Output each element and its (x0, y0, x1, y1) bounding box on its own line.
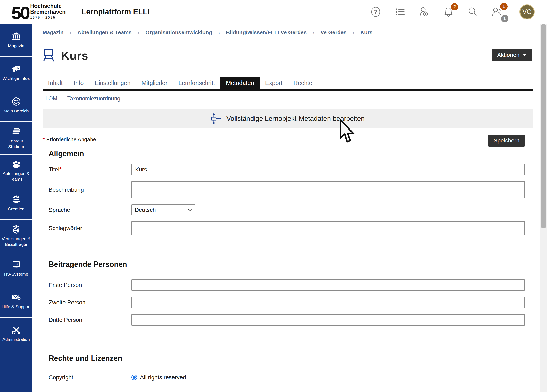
sidebar-item-gremien[interactable]: Gremien (0, 187, 32, 220)
tools-icon (12, 325, 21, 335)
smiley-icon (12, 97, 21, 106)
user-alert-icon[interactable] (419, 6, 430, 18)
page-title: Kurs (61, 49, 88, 62)
team-icon (12, 159, 21, 169)
search-icon[interactable] (467, 6, 478, 18)
logo-line2: Bremerhaven (30, 9, 66, 15)
actions-button[interactable]: Aktionen (492, 49, 532, 61)
zweite-person-label: Zweite Person (49, 299, 131, 306)
top-header: 50 Hochschule Bremerhaven 1975 - 2025 Le… (0, 0, 547, 24)
subtab-lom[interactable]: LOM (45, 95, 57, 102)
globe-group-icon (12, 225, 21, 234)
breadcrumb-magazin[interactable]: Magazin (42, 29, 64, 36)
metadata-node-icon (211, 113, 222, 124)
contacts-badge-count: 1 (501, 15, 508, 22)
edit-full-metadata-link[interactable]: Vollständige Lernobjekt-Metadaten bearbe… (42, 109, 533, 128)
list-icon[interactable] (395, 6, 405, 18)
breadcrumb: Magazin › Abteilungen & Teams › Organisa… (32, 24, 540, 41)
sidebar-item-hilfe-support[interactable]: ? Hilfe & Support (0, 285, 32, 318)
schlagwoerter-input[interactable] (131, 221, 525, 235)
sidebar-item-vertretungen[interactable]: Vertretungen & Beauftragte (0, 220, 32, 252)
monitor-icon (12, 260, 21, 270)
breadcrumb-kurs: Kurs (360, 29, 372, 36)
tab-metadaten[interactable]: Metadaten (220, 77, 260, 89)
schlagwoerter-label: Schlagwörter (49, 225, 131, 231)
chevron-right-icon: › (69, 28, 72, 37)
sidebar-item-mein-bereich[interactable]: Mein Bereich (0, 89, 32, 122)
tab-info[interactable]: Info (68, 77, 89, 89)
scrollbar-thumb[interactable] (541, 24, 546, 229)
care-group-icon (12, 195, 21, 204)
sprache-select[interactable]: Deutsch (131, 204, 195, 216)
sidebar-item-wichtige-infos[interactable]: Wichtige Infos (0, 57, 32, 89)
logo-50: 50 (11, 6, 29, 20)
chevron-right-icon: › (312, 28, 315, 37)
copyright-radio[interactable] (131, 375, 137, 380)
university-logo[interactable]: 50 Hochschule Bremerhaven 1975 - 2025 (11, 3, 66, 20)
screen: 50 Hochschule Bremerhaven 1975 - 2025 Le… (0, 0, 547, 392)
course-easel-icon (42, 48, 55, 63)
copyright-radio-label: All rights reserved (140, 374, 186, 381)
breadcrumb-abteilungen[interactable]: Abteilungen & Teams (77, 29, 132, 36)
contacts-badge-new: 1 (500, 3, 508, 10)
chevron-right-icon: › (137, 28, 140, 37)
zweite-person-input[interactable] (131, 297, 525, 308)
tab-lernfortschritt[interactable]: Lernfortschritt (173, 77, 220, 89)
svg-text:?: ? (374, 8, 378, 15)
dritte-person-label: Dritte Person (49, 317, 131, 323)
tab-inhalt[interactable]: Inhalt (42, 77, 68, 89)
books-icon (12, 127, 21, 136)
sidebar-item-magazin[interactable]: Magazin (0, 24, 32, 57)
section-divider (42, 244, 525, 244)
sidebar-item-abteilungen-teams[interactable]: Abteilungen & Teams (0, 155, 32, 187)
tab-mitglieder[interactable]: Mitglieder (136, 77, 173, 89)
contacts-icon[interactable]: 1 1 (492, 6, 502, 18)
required-legend: *Erforderliche Angabe (42, 135, 96, 143)
chevron-right-icon: › (218, 28, 220, 37)
section-divider (42, 337, 525, 337)
save-button[interactable]: Speichern (488, 135, 525, 147)
section-title-beitragende: Beitragende Personen (49, 260, 525, 269)
bell-icon[interactable]: 2 (443, 6, 454, 18)
section-title-rechte: Rechte und Lizenzen (49, 354, 525, 363)
copyright-label: Copyright (49, 374, 131, 381)
caret-down-icon (523, 54, 526, 56)
bank-icon (12, 32, 21, 41)
tab-underline (42, 89, 533, 91)
titel-input[interactable] (131, 164, 525, 175)
subtab-taxonomiezuordnung[interactable]: Taxonomiezuordnung (67, 95, 120, 102)
breadcrumb-ve-gerdes[interactable]: Ve Gerdes (321, 29, 347, 36)
help-icon[interactable]: ? (370, 6, 381, 18)
mail-question-icon: ? (12, 293, 21, 302)
app-title: Lernplattform ELLI (82, 7, 150, 16)
avatar[interactable]: VG (520, 4, 535, 20)
erste-person-input[interactable] (131, 279, 525, 291)
sprache-label: Sprache (49, 207, 131, 213)
sidebar-item-hs-systeme[interactable]: HS-Systeme (0, 252, 32, 285)
sidebar: Magazin Wichtige Infos Mein Bereich Le (0, 24, 32, 392)
scrollbar (540, 24, 547, 392)
megaphone-icon (12, 64, 21, 74)
bell-badge: 2 (451, 3, 458, 10)
tab-bar: Inhalt Info Einstellungen Mitglieder Ler… (42, 77, 533, 89)
dritte-person-input[interactable] (131, 314, 525, 325)
titel-label: Titel* (49, 166, 131, 173)
beschreibung-label: Beschreibung (49, 187, 131, 193)
tab-rechte[interactable]: Rechte (288, 77, 318, 89)
sidebar-item-lehre-studium[interactable]: Lehre & Studium (0, 122, 32, 155)
main-area: Magazin › Abteilungen & Teams › Organisa… (32, 24, 540, 392)
logo-line1: Hochschule (30, 3, 66, 9)
erste-person-label: Erste Person (49, 282, 131, 288)
section-title-allgemein: Allgemein (49, 149, 525, 158)
tab-einstellungen[interactable]: Einstellungen (89, 77, 136, 89)
tab-export[interactable]: Export (260, 77, 288, 89)
chevron-right-icon: › (352, 28, 355, 37)
sidebar-item-administration[interactable]: Administration (0, 318, 32, 350)
beschreibung-textarea[interactable] (131, 181, 525, 198)
svg-text:?: ? (18, 297, 20, 300)
breadcrumb-organisationsentwicklung[interactable]: Organisationsentwicklung (145, 29, 212, 36)
breadcrumb-bildung-wissen[interactable]: Bildung/Wissen/ELLI Ve Gerdes (226, 29, 307, 36)
subtab-bar: LOM Taxonomiezuordnung (42, 94, 533, 103)
logo-years: 1975 - 2025 (30, 16, 66, 20)
